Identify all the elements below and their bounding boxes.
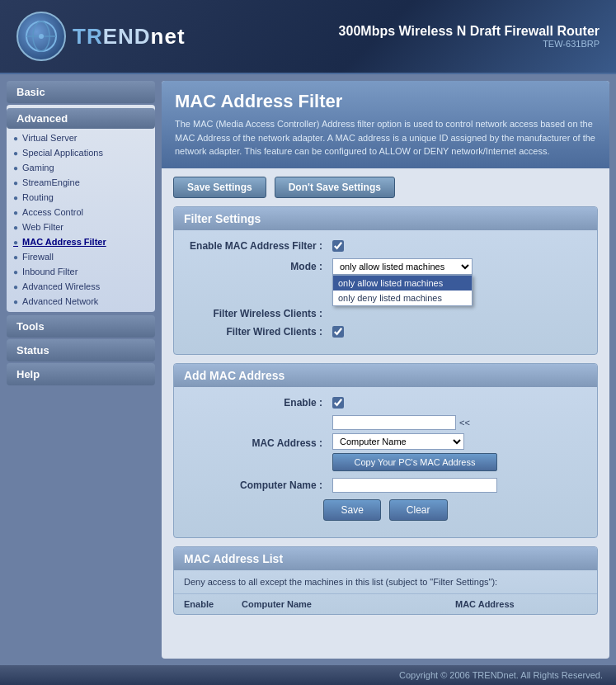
- add-mac-clear-button[interactable]: Clear: [389, 499, 448, 521]
- mac-input-row: <<: [332, 415, 470, 430]
- copyright-text: Copyright © 2006 TRENDnet. All Rights Re…: [399, 670, 603, 680]
- help-nav-btn[interactable]: Help: [7, 363, 155, 385]
- filter-settings-title: Filter Settings: [174, 207, 597, 230]
- page-description: The MAC (Media Access Controller) Addres…: [175, 117, 596, 158]
- sidebar-label: Routing: [22, 192, 54, 202]
- bullet-icon: ●: [13, 253, 18, 262]
- dropdown-option-allow[interactable]: only allow listed machines: [333, 276, 472, 291]
- sidebar-item-special-apps[interactable]: ● Special Applications: [7, 145, 155, 160]
- brand-text: TRENDnet: [73, 24, 186, 50]
- product-model: TEW-631BRP: [339, 39, 600, 49]
- add-mac-enable-control: [332, 397, 344, 409]
- save-settings-button[interactable]: Save Settings: [173, 177, 266, 198]
- add-mac-title: Add MAC Address: [174, 364, 597, 387]
- copy-btn-row: Copy Your PC's MAC Address: [332, 453, 497, 471]
- sidebar-item-advanced-wireless[interactable]: ● Advanced Wireless: [7, 279, 155, 294]
- enable-filter-row: Enable MAC Address Filter :: [184, 240, 587, 252]
- main-layout: Basic Advanced ● Virtual Server ● Specia…: [0, 74, 616, 665]
- content-header: MAC Address Filter The MAC (Media Access…: [162, 81, 609, 168]
- sidebar-label: StreamEngine: [22, 177, 80, 187]
- sidebar: Basic Advanced ● Virtual Server ● Specia…: [7, 81, 155, 659]
- sidebar-item-gaming[interactable]: ● Gaming: [7, 160, 155, 175]
- bullet-icon: ●: [13, 297, 18, 306]
- mode-select[interactable]: only allow listed machines only deny lis…: [332, 258, 473, 275]
- copy-mac-button[interactable]: Copy Your PC's MAC Address: [332, 453, 497, 471]
- basic-nav-btn[interactable]: Basic: [7, 81, 155, 103]
- filter-wired-checkbox[interactable]: [332, 326, 344, 338]
- header: TRENDnet 300Mbps Wireless N Draft Firewa…: [0, 0, 616, 74]
- svg-point-3: [39, 34, 44, 39]
- computer-name-label: Computer Name :: [184, 480, 332, 491]
- mode-dropdown-open: only allow listed machines only deny lis…: [332, 275, 473, 306]
- sidebar-label: Advanced Wireless: [22, 281, 100, 291]
- mac-list-col-computer-name: Computer Name: [242, 599, 455, 609]
- sidebar-item-firewall[interactable]: ● Firewall: [7, 249, 155, 264]
- dropdown-option-deny[interactable]: only deny listed machines: [333, 291, 472, 305]
- content-body: Save Settings Don't Save Settings Filter…: [162, 168, 609, 623]
- mac-address-input[interactable]: [332, 415, 456, 430]
- mode-row: Mode : only allow listed machines only d…: [184, 258, 587, 275]
- status-nav-btn[interactable]: Status: [7, 339, 155, 361]
- filter-wireless-row: Filter Wireless Clients :: [184, 308, 587, 319]
- filter-settings-section: Filter Settings Enable MAC Address Filte…: [173, 206, 598, 355]
- bullet-icon: ●: [13, 282, 18, 291]
- bullet-icon: ●: [13, 163, 18, 172]
- tools-nav-btn[interactable]: Tools: [7, 315, 155, 338]
- advanced-nav-group: Advanced ● Virtual Server ● Special Appl…: [7, 105, 155, 312]
- add-mac-enable-label: Enable :: [184, 397, 332, 409]
- add-mac-enable-row: Enable :: [184, 397, 587, 409]
- sidebar-item-routing[interactable]: ● Routing: [7, 190, 155, 205]
- mac-list-title: MAC Address List: [174, 547, 597, 570]
- mac-address-control: << Computer Name Copy Your PC's MAC Addr…: [332, 415, 497, 471]
- sidebar-label: Access Control: [22, 207, 83, 217]
- mode-dropdown-container: only allow listed machines only deny lis…: [332, 258, 473, 275]
- mac-arrow-icon: <<: [459, 418, 470, 428]
- sidebar-item-virtual-server[interactable]: ● Virtual Server: [7, 130, 155, 145]
- sidebar-label: Advanced Network: [22, 296, 98, 306]
- mac-list-col-mac-address: MAC Address: [455, 599, 587, 609]
- logo-icon: [16, 12, 66, 61]
- mac-address-label: MAC Address :: [184, 437, 332, 449]
- enable-filter-control: [332, 240, 344, 252]
- mode-control: only allow listed machines only deny lis…: [332, 258, 473, 275]
- sidebar-item-access-control[interactable]: ● Access Control: [7, 205, 155, 220]
- sidebar-label: Firewall: [22, 252, 54, 262]
- bullet-icon: ●: [13, 223, 18, 232]
- add-mac-save-button[interactable]: Save: [323, 499, 380, 521]
- mac-list-header: Enable Computer Name MAC Address: [174, 594, 597, 614]
- sidebar-item-advanced-network[interactable]: ● Advanced Network: [7, 294, 155, 309]
- enable-filter-label: Enable MAC Address Filter :: [184, 240, 332, 252]
- filter-settings-content: Enable MAC Address Filter : Mode : only …: [174, 230, 597, 354]
- sidebar-item-inbound-filter[interactable]: ● Inbound Filter: [7, 264, 155, 279]
- footer: Copyright © 2006 TRENDnet. All Rights Re…: [0, 665, 616, 685]
- mode-label: Mode :: [184, 261, 332, 272]
- filter-wireless-label: Filter Wireless Clients :: [184, 308, 332, 319]
- filter-wired-label: Filter Wired Clients :: [184, 326, 332, 338]
- bullet-icon: ●: [13, 178, 18, 187]
- product-info: 300Mbps Wireless N Draft Firewall Router…: [339, 24, 600, 49]
- sidebar-label: Gaming: [22, 163, 54, 172]
- advanced-nav-title: Advanced: [7, 108, 155, 129]
- mac-dropdown-row: Computer Name: [332, 433, 464, 450]
- computer-name-row: Computer Name :: [184, 478, 587, 493]
- mac-list-col-enable: Enable: [184, 599, 242, 609]
- page-title: MAC Address Filter: [175, 91, 596, 112]
- sidebar-label: Special Applications: [22, 148, 103, 158]
- add-mac-enable-checkbox[interactable]: [332, 397, 344, 409]
- mac-computer-select[interactable]: Computer Name: [332, 433, 464, 450]
- bullet-icon: ●: [13, 238, 18, 247]
- bullet-icon: ●: [13, 208, 18, 217]
- computer-name-input[interactable]: [332, 478, 497, 493]
- action-buttons-row: Save Settings Don't Save Settings: [173, 177, 598, 198]
- mac-address-row: MAC Address : << Computer Name: [184, 415, 587, 471]
- computer-name-control: [332, 478, 497, 493]
- sidebar-item-streamengine[interactable]: ● StreamEngine: [7, 175, 155, 190]
- sidebar-item-mac-filter[interactable]: ● MAC Address Filter: [7, 234, 155, 249]
- bullet-icon: ●: [13, 267, 18, 276]
- sidebar-item-web-filter[interactable]: ● Web Filter: [7, 220, 155, 234]
- bullet-icon: ●: [13, 193, 18, 202]
- filter-wired-row: Filter Wired Clients :: [184, 326, 587, 338]
- enable-filter-checkbox[interactable]: [332, 240, 344, 252]
- dont-save-button[interactable]: Don't Save Settings: [275, 177, 395, 198]
- filter-wired-control: [332, 326, 344, 338]
